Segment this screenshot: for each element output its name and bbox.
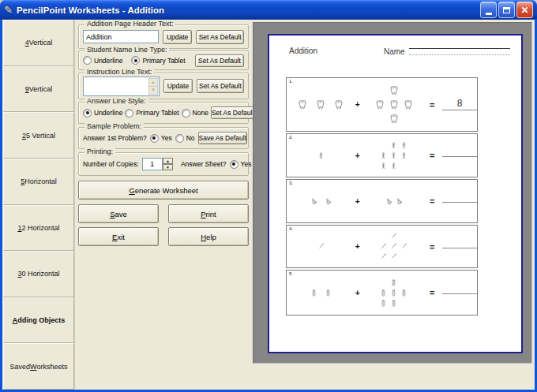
close-icon: ✕ bbox=[520, 6, 528, 15]
save-button[interactable]: Save bbox=[78, 204, 159, 223]
instruction-set-default-button[interactable]: Set As Default bbox=[197, 79, 244, 93]
left-addend-group bbox=[293, 198, 349, 205]
tooth-icon bbox=[389, 114, 400, 125]
problem-row: 5.+= bbox=[286, 270, 478, 315]
problem-number: 1. bbox=[289, 79, 293, 84]
squirrel-icon bbox=[310, 198, 317, 205]
sidebar-item-saved-worksheets[interactable]: Saved Worksheets bbox=[3, 343, 74, 390]
answer-line bbox=[442, 245, 477, 248]
maximize-button[interactable] bbox=[498, 2, 515, 18]
needle-icon bbox=[390, 233, 397, 240]
sidebar-item-9-vertical[interactable]: 9 Vertical bbox=[3, 66, 74, 113]
help-button[interactable]: Help bbox=[168, 227, 249, 246]
minimize-icon bbox=[486, 13, 492, 15]
name-line-set-default-button[interactable]: Set As Default bbox=[195, 54, 244, 67]
dancer-icon bbox=[400, 152, 407, 159]
plus-sign: + bbox=[349, 197, 366, 206]
name-label: Name bbox=[384, 47, 405, 56]
sample-no-radio[interactable]: No bbox=[175, 134, 195, 143]
answer-area bbox=[442, 154, 477, 157]
equals-sign: = bbox=[422, 100, 442, 110]
radio-icon bbox=[175, 134, 184, 143]
sidebar-item-12-horizontal[interactable]: 12 Horizontal bbox=[3, 205, 74, 252]
dancer-icon bbox=[380, 162, 387, 170]
left-addend-group bbox=[293, 99, 349, 110]
plus-sign: + bbox=[349, 151, 366, 160]
instruction-group: Instruction Line Text: ▲ ▼ Update Set As… bbox=[78, 73, 249, 99]
instruction-textarea[interactable] bbox=[84, 77, 159, 95]
answer-line bbox=[442, 291, 477, 294]
bottle-icon bbox=[390, 300, 397, 307]
sidebar-item-30-horizontal[interactable]: 30 Horizontal bbox=[3, 251, 74, 297]
maximize-icon bbox=[503, 7, 510, 13]
tooth-icon bbox=[389, 99, 400, 110]
close-button[interactable]: ✕ bbox=[516, 2, 533, 18]
sample-yes-radio[interactable]: Yes bbox=[150, 134, 172, 143]
squirrel-icon bbox=[385, 198, 392, 205]
needle-icon bbox=[390, 253, 397, 260]
spin-down-icon[interactable]: ▼ bbox=[163, 164, 173, 170]
plus-sign: + bbox=[349, 242, 366, 251]
answer-sheet-yes-radio[interactable]: Yes bbox=[230, 160, 252, 169]
print-button[interactable]: Print bbox=[168, 204, 249, 223]
instruction-update-button[interactable]: Update bbox=[163, 79, 193, 93]
equals-sign: = bbox=[422, 151, 442, 160]
instruction-textarea-wrap: ▲ ▼ bbox=[83, 77, 160, 96]
name-line-primary-tablet-radio[interactable]: Primary Tablet bbox=[131, 56, 185, 65]
number-of-copies-label: Number of Copies: bbox=[83, 160, 139, 168]
squirrel-icon bbox=[396, 198, 403, 205]
bottle-icon bbox=[310, 289, 317, 297]
radio-icon bbox=[182, 109, 190, 118]
sidebar-item-adding-objects[interactable]: Adding Objects bbox=[3, 297, 74, 344]
sidebar-item-4-vertical[interactable]: 4 Vertical bbox=[3, 20, 74, 66]
sample-problem-group: Sample Problem: Answer 1st Problem? Yes … bbox=[78, 127, 249, 149]
answer-style-primary-tablet-radio[interactable]: Primary Tablet bbox=[125, 109, 178, 118]
sample-save-default-button[interactable]: Save As Default bbox=[198, 132, 247, 144]
dancer-icon bbox=[390, 152, 397, 159]
exit-button[interactable]: Exit bbox=[78, 227, 159, 246]
settings-panel: Addition Page Header Text: Update Set As… bbox=[78, 20, 249, 390]
radio-checked-icon bbox=[150, 134, 159, 143]
problem-row: 2.+= bbox=[286, 133, 478, 177]
window-title: PencilPoint Worksheets - Addition bbox=[17, 6, 480, 15]
answer-style-underline-radio[interactable]: Underline bbox=[83, 109, 122, 118]
answer-style-none-radio[interactable]: None bbox=[182, 109, 208, 118]
worksheet-page: Addition Name 1.+=82.+=3.+=4.+=5.+= bbox=[268, 34, 523, 353]
answer-sheet-label: Answer Sheet? bbox=[181, 160, 227, 168]
left-addend-group bbox=[293, 243, 349, 250]
tooth-icon bbox=[297, 99, 308, 110]
left-addend-group bbox=[293, 289, 349, 297]
answer-line bbox=[442, 200, 477, 203]
scroll-down-icon[interactable]: ▼ bbox=[148, 86, 158, 95]
worksheet-title: Addition bbox=[289, 47, 384, 55]
right-addend-group bbox=[366, 84, 422, 126]
generate-worksheet-button[interactable]: Generate Worksheet bbox=[78, 181, 249, 200]
copies-input[interactable] bbox=[142, 158, 163, 170]
spin-up-icon[interactable]: ▲ bbox=[163, 158, 173, 164]
sidebar-item-25-vertical[interactable]: 25 Vertical bbox=[3, 112, 74, 159]
answer-style-set-default-button[interactable]: Set As Default bbox=[211, 106, 255, 119]
answer-style-group: Answer Line Style: Underline Primary Tab… bbox=[78, 102, 249, 124]
answer-area: 8 bbox=[442, 99, 477, 110]
tooth-icon bbox=[403, 99, 414, 110]
right-addend-group bbox=[366, 278, 422, 308]
name-line-underline-radio[interactable]: Underline bbox=[83, 56, 122, 65]
tooth-icon bbox=[333, 99, 344, 110]
primary-tablet-lines bbox=[409, 48, 510, 55]
worksheet-preview-panel: Addition Name 1.+=82.+=3.+=4.+=5.+= bbox=[253, 22, 532, 364]
needle-icon bbox=[400, 243, 407, 250]
header-text-input[interactable] bbox=[83, 30, 159, 43]
header-set-default-button[interactable]: Set As Default bbox=[196, 30, 244, 44]
bottle-icon bbox=[380, 300, 387, 307]
header-update-button[interactable]: Update bbox=[163, 30, 192, 44]
dancer-icon bbox=[390, 142, 397, 149]
bottle-icon bbox=[400, 289, 407, 297]
radio-icon bbox=[125, 109, 133, 118]
sidebar-item-5-horizontal[interactable]: 5 Horizontal bbox=[3, 159, 74, 205]
plus-sign: + bbox=[349, 289, 366, 297]
dancer-icon bbox=[390, 162, 397, 170]
right-addend-group bbox=[366, 196, 422, 207]
problem-number: 2. bbox=[289, 135, 293, 140]
radio-checked-icon bbox=[230, 160, 238, 169]
minimize-button[interactable] bbox=[480, 2, 497, 18]
